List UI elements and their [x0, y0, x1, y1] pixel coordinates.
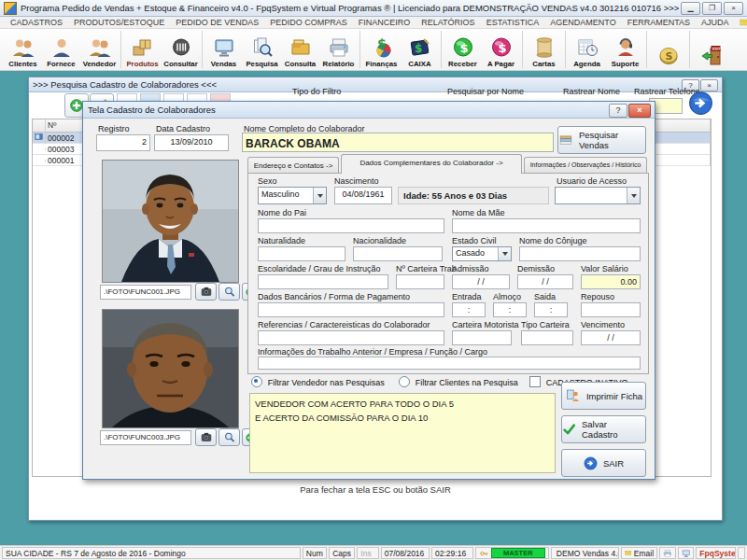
registro-field[interactable]: 2 — [96, 134, 150, 151]
toolbar-relatorio-button[interactable]: Relatório — [319, 29, 358, 70]
menu-cadastros[interactable]: CADASTROS — [5, 18, 68, 27]
status-printer[interactable] — [659, 547, 676, 559]
nacionalidade-field[interactable] — [353, 246, 443, 261]
naturalidade-field[interactable] — [258, 246, 345, 261]
nome-completo-field[interactable]: BARACK OBAMA — [242, 133, 554, 152]
radio-filtrar-clientes[interactable]: Filtrar Clientes na Pesquisa — [399, 376, 518, 387]
data-cadastro-field[interactable]: 13/09/2010 — [154, 134, 229, 151]
exit-arrow-icon — [584, 456, 598, 470]
toolbar: Clientes Fornece Vendedor Produtos Consu… — [0, 29, 747, 71]
nome-pai-field[interactable] — [258, 218, 444, 233]
nome-mae-field[interactable] — [452, 218, 641, 233]
photo1-path-field[interactable]: .\FOTO\FUNC001.JPG — [100, 285, 191, 300]
toolbar-suporte-button[interactable]: Suporte — [606, 29, 644, 70]
usuario-acesso-dropdown[interactable] — [555, 187, 641, 204]
pesquisar-vendas-button[interactable]: Pesquisar Vendas — [557, 126, 646, 154]
minimize-button[interactable]: ▁ — [681, 2, 700, 15]
portrait-2 — [103, 310, 238, 427]
menu-produtos-estoque[interactable]: PRODUTOS/ESTOQUE — [68, 18, 170, 27]
estado-civil-dropdown[interactable]: Casado — [452, 246, 512, 261]
tab-informacoes-historico[interactable]: Informações / Observações / Histórico — [524, 157, 647, 174]
close-button[interactable]: × — [724, 2, 743, 15]
toolbar-pesquisa-button[interactable]: Pesquisa — [243, 29, 281, 70]
almoco-field[interactable]: : — [493, 302, 527, 317]
vencimento-field[interactable]: / / — [581, 330, 641, 345]
referencias-field[interactable] — [258, 330, 444, 345]
carteira-trab-field[interactable] — [396, 274, 444, 289]
toolbar-produtos-button[interactable]: Produtos — [123, 29, 162, 70]
sair-button[interactable]: SAIR — [561, 449, 646, 477]
menu-relatorios[interactable]: RELATÓRIOS — [416, 18, 480, 27]
status-computer[interactable] — [678, 547, 695, 559]
repouso-field[interactable] — [581, 302, 641, 317]
toolbar-agenda-button[interactable]: Agenda — [568, 29, 606, 70]
nome-conjuge-field[interactable] — [519, 246, 641, 261]
toolbar-vendas-button[interactable]: Vendas — [204, 29, 243, 70]
menu-pedido-compras[interactable]: PEDIDO COMPRAS — [264, 18, 353, 27]
check-icon — [562, 423, 576, 436]
saida-field[interactable]: : — [534, 302, 568, 317]
coin-icon — [657, 45, 680, 67]
print-card-icon — [565, 388, 581, 403]
dialog-help-button[interactable]: ? — [609, 104, 627, 118]
observations-memo[interactable]: VENDEDOR COM ACERTO PARA TODO O DIA 5 E … — [249, 393, 556, 473]
menu-ferramentas[interactable]: FERRAMENTAS — [622, 18, 696, 27]
photo1-camera-button[interactable] — [195, 283, 217, 301]
sales-monitor-icon — [213, 36, 235, 59]
toolbar-separator — [565, 31, 566, 68]
tab-endereco-contatos[interactable]: Endereço e Contatos -> — [247, 157, 339, 174]
salvar-cadastro-button[interactable]: Salvar Cadastro — [561, 415, 646, 443]
radio-filtrar-vendedor[interactable]: Filtrar Vendedor nas Pesquisas — [251, 376, 385, 387]
dialog-title: Tela Cadastro de Colaboradores — [88, 105, 216, 115]
toolbar-separator — [120, 31, 121, 68]
memo-line-2: E ACERTO DA COMISSÃO PARA O DIA 10 — [255, 411, 550, 425]
imprimir-ficha-button[interactable]: Imprimir Ficha — [561, 382, 646, 410]
magnifier-icon — [223, 431, 236, 443]
carteira-motorista-field[interactable] — [452, 330, 512, 345]
statusbar: SUA CIDADE - RS 7 de Agosto de 2016 - Do… — [0, 545, 747, 560]
entrada-field[interactable]: : — [452, 302, 486, 317]
toolbar-apagar-button[interactable]: A Pagar — [482, 29, 520, 70]
menu-pedido-vendas[interactable]: PEDIDO DE VENDAS — [170, 18, 264, 27]
dialog-close-button[interactable]: × — [628, 104, 651, 118]
toolbar-receber-button[interactable]: Receber — [444, 29, 482, 70]
demissao-field[interactable]: / / — [517, 274, 573, 289]
tipo-carteira-field[interactable] — [521, 330, 573, 345]
sexo-dropdown[interactable]: Masculino — [258, 187, 327, 204]
toolbar-consulta-button[interactable]: Consulta — [281, 29, 319, 70]
menu-agendamento[interactable]: AGENDAMENTO — [544, 18, 621, 27]
portrait-1 — [103, 161, 238, 282]
valor-salario-field[interactable]: 0.00 — [581, 274, 641, 289]
envelope-icon — [625, 549, 632, 557]
toolbar-fornecedor-button[interactable]: Fornece — [42, 29, 80, 70]
blue-arrow-icon — [688, 91, 713, 116]
toolbar-coin-button[interactable] — [649, 29, 687, 70]
agenda-calendar-icon — [576, 36, 599, 59]
admissao-field[interactable]: / / — [452, 274, 510, 289]
menu-email[interactable]: E-MAIL — [735, 18, 747, 27]
menu-estatistica[interactable]: ESTATISTICA — [481, 18, 545, 27]
printer-icon — [663, 549, 672, 558]
toolbar-clientes-button[interactable]: Clientes — [4, 29, 42, 70]
toolbar-caixa-button[interactable]: CAIXA — [401, 29, 439, 70]
info-trabalho-field[interactable] — [258, 357, 641, 370]
salesperson-icon — [89, 36, 111, 59]
nascimento-field[interactable]: 04/08/1961 — [334, 187, 392, 204]
toolbar-cartas-button[interactable]: Cartas — [525, 29, 563, 70]
restore-button[interactable]: ❐ — [702, 2, 722, 15]
photo2-camera-button[interactable] — [195, 428, 217, 446]
status-email[interactable]: Email — [621, 547, 657, 559]
toolbar-financas-button[interactable]: Finanças — [362, 29, 401, 70]
toolbar-vendedor-button[interactable]: Vendedor — [80, 29, 119, 70]
menu-financeiro[interactable]: FINANCEIRO — [353, 18, 416, 27]
toolbar-consultar-button[interactable]: Consultar — [162, 29, 200, 70]
tab-dados-complementares[interactable]: Dados Complementares do Colaborador -> — [341, 154, 522, 174]
toolbar-exit-button[interactable] — [692, 29, 730, 70]
photo2-path-field[interactable]: .\FOTO\FUNC003.JPG — [100, 430, 191, 445]
escolaridade-field[interactable] — [258, 274, 388, 289]
go-search-button[interactable] — [688, 91, 713, 116]
photo1-zoom-button[interactable] — [218, 283, 240, 301]
menu-ajuda[interactable]: AJUDA — [696, 18, 735, 27]
photo2-zoom-button[interactable] — [218, 428, 240, 446]
dados-bancarios-field[interactable] — [258, 302, 444, 317]
